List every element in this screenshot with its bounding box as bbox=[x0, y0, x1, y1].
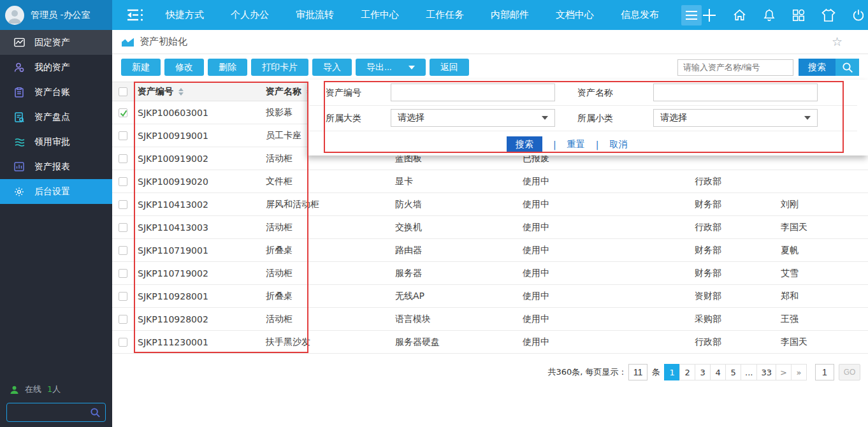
table-row[interactable]: SJKP110928002活动柜语言模块使用中采购部王强 bbox=[112, 308, 868, 331]
cell-dept: 财务部 bbox=[695, 268, 781, 279]
print-card-button[interactable]: 打印卡片 bbox=[251, 59, 308, 76]
cell-dept: 资财部 bbox=[695, 291, 781, 302]
row-checkbox[interactable] bbox=[119, 200, 127, 209]
cell-status: 使用中 bbox=[523, 314, 695, 325]
nav-item-4[interactable]: 工作中心 bbox=[347, 0, 412, 30]
theme-icon[interactable] bbox=[821, 8, 836, 22]
cell-item: 服务器 bbox=[395, 268, 523, 279]
row-checkbox[interactable] bbox=[119, 223, 127, 232]
filter-reset-link[interactable]: 重置 bbox=[567, 139, 585, 150]
cell-status: 使用中 bbox=[523, 222, 695, 233]
row-checkbox[interactable] bbox=[119, 131, 127, 140]
page-size-input[interactable] bbox=[628, 364, 647, 380]
cell-item: 路由器 bbox=[395, 245, 523, 256]
table-row[interactable]: SJKP100919020文件柜显卡使用中行政部 bbox=[112, 170, 868, 193]
nav-item-2[interactable]: 个人办公 bbox=[217, 0, 282, 30]
select-all-checkbox[interactable] bbox=[119, 87, 127, 96]
sidebar-item-7[interactable]: 后台设置 bbox=[0, 179, 112, 204]
filter-input-code[interactable] bbox=[391, 83, 555, 101]
cell-user: 李国天 bbox=[781, 337, 868, 348]
table-row[interactable]: SJKP110413002屏风和活动柜防火墙使用中财务部刘刚 bbox=[112, 193, 868, 216]
nav-item-8[interactable]: 信息发布 bbox=[607, 0, 672, 30]
online-user-icon bbox=[10, 385, 19, 394]
cell-name: 活动柜 bbox=[266, 268, 395, 279]
nav-item-1[interactable]: 快捷方式 bbox=[152, 0, 217, 30]
home-icon[interactable] bbox=[732, 8, 747, 22]
cell-dept: 财务部 bbox=[695, 199, 781, 210]
quick-search-input[interactable] bbox=[677, 59, 793, 76]
nav-item-6[interactable]: 内部邮件 bbox=[477, 0, 542, 30]
sort-icon[interactable] bbox=[178, 88, 184, 96]
filter-input-name[interactable] bbox=[653, 83, 818, 101]
col-header-name[interactable]: 资产名称 bbox=[266, 86, 301, 98]
more-menu-button[interactable] bbox=[681, 5, 702, 25]
row-checkbox[interactable] bbox=[119, 292, 127, 301]
export-dropdown-button[interactable]: 导出... bbox=[356, 59, 426, 76]
magnifier-button[interactable] bbox=[835, 59, 859, 76]
page-button-4[interactable]: 4 bbox=[710, 364, 726, 380]
filter-cancel-link[interactable]: 取消 bbox=[609, 139, 627, 150]
nav-item-5[interactable]: 工作任务 bbox=[412, 0, 477, 30]
next-page-button[interactable]: > bbox=[776, 364, 792, 380]
goto-page-input[interactable] bbox=[815, 364, 834, 380]
cell-user: 刘刚 bbox=[781, 199, 868, 210]
current-user-label: 管理员 -办公室 bbox=[31, 10, 90, 21]
search-icon bbox=[842, 62, 853, 73]
app-window: 管理员 -办公室 快捷方式个人办公审批流转工作中心工作任务内部邮件文档中心信息发… bbox=[0, 0, 868, 427]
sidebar-item-1[interactable]: 固定资产 bbox=[0, 30, 112, 55]
col-header-code[interactable]: 资产编号 bbox=[138, 86, 173, 98]
sidebar-item-5[interactable]: 领用审批 bbox=[0, 129, 112, 154]
avatar[interactable] bbox=[5, 6, 24, 25]
ledger-icon bbox=[13, 87, 25, 98]
online-status: 在线 1人 bbox=[6, 384, 106, 395]
page-button-1[interactable]: 1 bbox=[664, 364, 680, 380]
bell-icon[interactable] bbox=[762, 8, 776, 22]
filter-select-subcategory[interactable]: 请选择 bbox=[653, 109, 818, 127]
import-button[interactable]: 导入 bbox=[312, 59, 352, 76]
nav-item-7[interactable]: 文档中心 bbox=[542, 0, 607, 30]
assets-chart-icon bbox=[13, 38, 25, 47]
row-checkbox[interactable] bbox=[119, 246, 127, 255]
table-row[interactable]: SJKP110928001折叠桌无线AP使用中资财部郑和 bbox=[112, 285, 868, 308]
table-row[interactable]: SJKP110719001折叠桌路由器使用中财务部夏帆 bbox=[112, 239, 868, 262]
cell-code: SJKP111230001 bbox=[134, 337, 266, 347]
sidebar-item-2[interactable]: 我的资产 bbox=[0, 55, 112, 80]
user-area[interactable]: 管理员 -办公室 bbox=[0, 0, 112, 30]
power-icon[interactable] bbox=[851, 8, 865, 22]
plus-icon[interactable] bbox=[702, 8, 717, 23]
new-button[interactable]: 新建 bbox=[121, 59, 161, 76]
online-suffix: 人 bbox=[52, 384, 61, 394]
table-row[interactable]: SJKP110719002活动柜服务器使用中财务部艾雪 bbox=[112, 262, 868, 285]
last-page-button[interactable]: » bbox=[791, 364, 807, 380]
page-button-3[interactable]: 3 bbox=[695, 364, 711, 380]
filter-label-category: 所属大类 bbox=[326, 109, 361, 127]
row-checkbox[interactable] bbox=[119, 269, 127, 278]
row-checkbox[interactable] bbox=[119, 315, 127, 324]
table-row[interactable]: SJKP111230001扶手黑沙发服务器硬盘使用中行政部李国天 bbox=[112, 331, 868, 354]
page-button-5[interactable]: 5 bbox=[725, 364, 741, 380]
favorite-star-icon[interactable]: ☆ bbox=[832, 36, 843, 48]
quick-search-button[interactable]: 搜索 bbox=[799, 59, 835, 76]
sidebar-item-6[interactable]: 资产报表 bbox=[0, 154, 112, 179]
back-button[interactable]: 返回 bbox=[430, 59, 469, 76]
filter-search-button[interactable]: 搜索 bbox=[507, 136, 542, 152]
row-checkbox[interactable] bbox=[119, 108, 127, 117]
apps-icon[interactable] bbox=[792, 8, 806, 22]
page-button-33[interactable]: 33 bbox=[756, 364, 776, 380]
row-checkbox[interactable] bbox=[119, 338, 127, 347]
collapse-menu-icon[interactable] bbox=[126, 8, 143, 22]
sidebar-item-3[interactable]: 资产台账 bbox=[0, 80, 112, 105]
row-checkbox[interactable] bbox=[119, 154, 127, 163]
filter-select-category[interactable]: 请选择 bbox=[391, 109, 555, 127]
table-row[interactable]: SJKP110413003活动柜交换机使用中行政部李国天 bbox=[112, 216, 868, 239]
sidebar-item-label: 资产盘点 bbox=[34, 112, 70, 123]
page-button-2[interactable]: 2 bbox=[679, 364, 695, 380]
cell-user: 李国天 bbox=[781, 222, 868, 233]
go-button[interactable]: GO bbox=[839, 364, 860, 380]
sidebar-item-4[interactable]: 资产盘点 bbox=[0, 105, 112, 129]
nav-item-3[interactable]: 审批流转 bbox=[282, 0, 347, 30]
edit-button[interactable]: 修改 bbox=[164, 59, 204, 76]
row-checkbox[interactable] bbox=[119, 177, 127, 186]
sidebar-search-icon[interactable] bbox=[90, 407, 101, 418]
delete-button[interactable]: 删除 bbox=[208, 59, 247, 76]
